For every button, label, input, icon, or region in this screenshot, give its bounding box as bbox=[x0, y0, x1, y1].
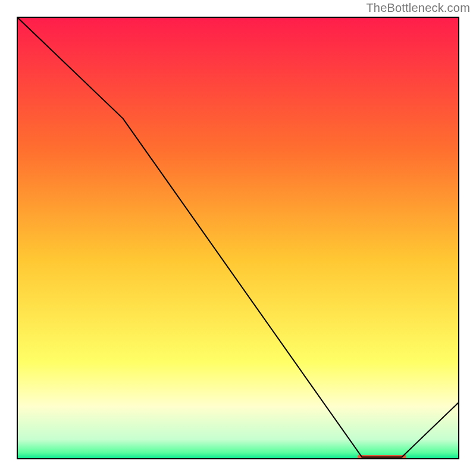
plot-frame bbox=[17, 17, 459, 459]
attribution-label: TheBottleneck.com bbox=[366, 1, 470, 15]
plot-background bbox=[17, 17, 459, 459]
plot-svg bbox=[17, 17, 459, 459]
chart-canvas: TheBottleneck.com bbox=[0, 0, 476, 476]
